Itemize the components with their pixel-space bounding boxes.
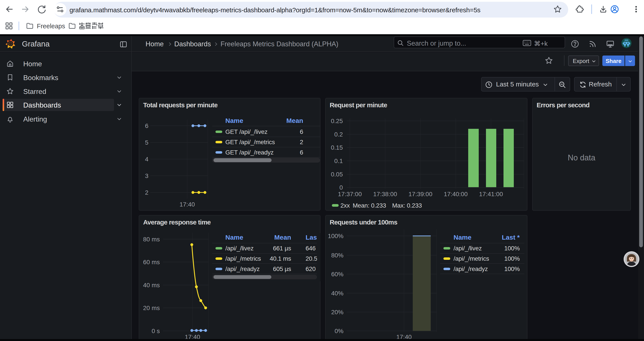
svg-text:6: 6	[300, 149, 303, 156]
svg-text:17:41:00: 17:41:00	[479, 191, 503, 197]
svg-text:4: 4	[145, 156, 148, 163]
svg-text:17:40: 17:40	[396, 333, 412, 339]
svg-text:/api/_/livez: /api/_/livez	[454, 245, 482, 252]
svg-text:0.25: 0.25	[331, 118, 343, 124]
svg-text:40.1 ms: 40.1 ms	[270, 255, 291, 262]
svg-text:2: 2	[300, 139, 303, 146]
svg-text:100%: 100%	[504, 265, 520, 272]
svg-text:/api/_/readyz: /api/_/readyz	[225, 265, 260, 272]
svg-text:0: 0	[339, 184, 343, 191]
svg-text:/api/_/metrics: /api/_/metrics	[454, 255, 489, 262]
svg-text:GET /api/_/livez: GET /api/_/livez	[225, 128, 268, 135]
svg-text:GET /api/_/readyz: GET /api/_/readyz	[225, 149, 274, 156]
svg-text:6: 6	[300, 128, 303, 135]
svg-text:Max: 0.233: Max: 0.233	[392, 202, 422, 209]
svg-text:0 s: 0 s	[152, 327, 160, 334]
svg-text:6: 6	[145, 122, 148, 129]
svg-text:40%: 40%	[331, 290, 344, 297]
svg-text:Last *: Last *	[502, 234, 520, 241]
svg-text:0.15: 0.15	[331, 144, 343, 151]
svg-text:Name: Name	[454, 234, 472, 241]
svg-text:40 ms: 40 ms	[143, 282, 160, 288]
svg-text:20%: 20%	[331, 309, 344, 315]
svg-text:17:40:00: 17:40:00	[444, 191, 468, 197]
svg-text:20 ms: 20 ms	[143, 304, 160, 311]
svg-text:2xx: 2xx	[340, 202, 350, 209]
svg-text:/api/_/livez: /api/_/livez	[225, 245, 254, 252]
svg-text:100%: 100%	[504, 255, 520, 262]
svg-text:60%: 60%	[331, 271, 344, 278]
svg-text:Name: Name	[225, 234, 243, 241]
svg-text:17:39:00: 17:39:00	[408, 191, 432, 197]
svg-text:100%: 100%	[328, 233, 344, 239]
svg-text:Name: Name	[225, 117, 243, 124]
svg-text:0.05: 0.05	[331, 171, 343, 178]
svg-text:80%: 80%	[331, 252, 344, 259]
svg-text:GET /api/_/metrics: GET /api/_/metrics	[225, 139, 275, 146]
svg-text:661 µs: 661 µs	[273, 245, 291, 252]
svg-text:/api/_/readyz: /api/_/readyz	[454, 265, 488, 272]
svg-text:0.1: 0.1	[334, 158, 343, 164]
svg-text:17:40: 17:40	[185, 333, 200, 339]
svg-text:0%: 0%	[335, 327, 344, 334]
svg-text:17:37:00: 17:37:00	[338, 191, 362, 197]
svg-text:2: 2	[145, 189, 148, 196]
svg-text:3: 3	[145, 172, 148, 179]
svg-text:Mean: Mean	[286, 117, 303, 124]
svg-text:Mean: Mean	[274, 234, 291, 241]
svg-text:/api/_/metrics: /api/_/metrics	[225, 255, 261, 262]
svg-text:80 ms: 80 ms	[143, 236, 160, 243]
svg-text:0.2: 0.2	[334, 131, 343, 138]
svg-text:60 ms: 60 ms	[143, 259, 160, 265]
svg-text:5: 5	[145, 139, 148, 146]
svg-text:100%: 100%	[504, 245, 520, 252]
svg-text:17:40: 17:40	[180, 201, 195, 208]
svg-text:Mean: 0.233: Mean: 0.233	[353, 202, 386, 209]
svg-text:605 µs: 605 µs	[273, 265, 291, 272]
svg-text:17:38:00: 17:38:00	[373, 191, 397, 197]
